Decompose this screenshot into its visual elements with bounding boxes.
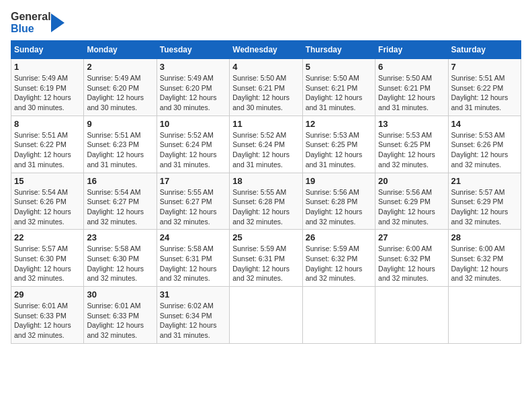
day-info: Sunrise: 5:55 AM Sunset: 6:28 PM Dayligh… <box>232 187 299 227</box>
day-info: Sunrise: 5:59 AM Sunset: 6:32 PM Dayligh… <box>306 244 372 283</box>
day-number: 28 <box>451 232 518 242</box>
calendar-cell: 19Sunrise: 5:56 AM Sunset: 6:28 PM Dayli… <box>302 173 375 230</box>
calendar-cell: 28Sunrise: 6:00 AM Sunset: 6:32 PM Dayli… <box>448 230 521 287</box>
day-info: Sunrise: 5:49 AM Sunset: 6:20 PM Dayligh… <box>87 73 153 113</box>
calendar-cell: 14Sunrise: 5:53 AM Sunset: 6:26 PM Dayli… <box>448 116 521 173</box>
calendar-cell <box>230 287 302 344</box>
calendar-cell: 22Sunrise: 5:57 AM Sunset: 6:30 PM Dayli… <box>11 230 84 287</box>
day-number: 27 <box>378 232 445 242</box>
calendar-cell: 27Sunrise: 6:00 AM Sunset: 6:32 PM Dayli… <box>375 230 448 287</box>
day-number: 10 <box>160 119 226 129</box>
calendar-cell: 4Sunrise: 5:50 AM Sunset: 6:21 PM Daylig… <box>230 59 302 116</box>
day-info: Sunrise: 5:51 AM Sunset: 6:23 PM Dayligh… <box>87 130 153 170</box>
calendar-cell: 8Sunrise: 5:51 AM Sunset: 6:22 PM Daylig… <box>11 116 84 173</box>
col-header-friday: Friday <box>375 41 448 59</box>
day-info: Sunrise: 5:56 AM Sunset: 6:29 PM Dayligh… <box>378 187 445 227</box>
day-number: 23 <box>87 232 153 242</box>
day-number: 24 <box>160 232 226 242</box>
calendar-cell <box>375 287 448 344</box>
day-number: 20 <box>378 176 445 186</box>
day-info: Sunrise: 5:57 AM Sunset: 6:30 PM Dayligh… <box>14 244 81 283</box>
day-info: Sunrise: 5:59 AM Sunset: 6:31 PM Dayligh… <box>232 244 299 283</box>
day-info: Sunrise: 5:49 AM Sunset: 6:19 PM Dayligh… <box>14 73 81 113</box>
day-info: Sunrise: 6:02 AM Sunset: 6:34 PM Dayligh… <box>160 301 226 340</box>
calendar-cell: 1Sunrise: 5:49 AM Sunset: 6:19 PM Daylig… <box>11 59 84 116</box>
calendar-cell: 24Sunrise: 5:58 AM Sunset: 6:31 PM Dayli… <box>157 230 229 287</box>
day-info: Sunrise: 5:53 AM Sunset: 6:25 PM Dayligh… <box>306 130 372 170</box>
day-info: Sunrise: 5:53 AM Sunset: 6:25 PM Dayligh… <box>378 130 445 170</box>
day-number: 9 <box>87 119 153 129</box>
logo: GeneralBlue <box>11 11 64 35</box>
day-info: Sunrise: 5:52 AM Sunset: 6:24 PM Dayligh… <box>160 130 226 170</box>
col-header-wednesday: Wednesday <box>230 41 302 59</box>
calendar-cell: 17Sunrise: 5:55 AM Sunset: 6:27 PM Dayli… <box>157 173 229 230</box>
day-info: Sunrise: 5:56 AM Sunset: 6:28 PM Dayligh… <box>306 187 372 227</box>
day-number: 25 <box>232 232 299 242</box>
day-number: 14 <box>451 119 518 129</box>
day-info: Sunrise: 5:54 AM Sunset: 6:26 PM Dayligh… <box>14 187 81 227</box>
calendar-cell: 11Sunrise: 5:52 AM Sunset: 6:24 PM Dayli… <box>230 116 302 173</box>
col-header-monday: Monday <box>84 41 157 59</box>
svg-marker-0 <box>51 13 64 32</box>
day-info: Sunrise: 6:00 AM Sunset: 6:32 PM Dayligh… <box>378 244 445 283</box>
day-number: 3 <box>160 62 226 72</box>
calendar-cell: 18Sunrise: 5:55 AM Sunset: 6:28 PM Dayli… <box>230 173 302 230</box>
day-number: 13 <box>378 119 445 129</box>
calendar-cell: 31Sunrise: 6:02 AM Sunset: 6:34 PM Dayli… <box>157 287 229 344</box>
col-header-tuesday: Tuesday <box>157 41 229 59</box>
day-info: Sunrise: 5:57 AM Sunset: 6:29 PM Dayligh… <box>451 187 518 227</box>
calendar-cell: 5Sunrise: 5:50 AM Sunset: 6:21 PM Daylig… <box>302 59 375 116</box>
day-info: Sunrise: 5:51 AM Sunset: 6:22 PM Dayligh… <box>14 130 81 170</box>
calendar-cell: 21Sunrise: 5:57 AM Sunset: 6:29 PM Dayli… <box>448 173 521 230</box>
day-number: 22 <box>14 232 81 242</box>
day-number: 2 <box>87 62 153 72</box>
calendar-cell: 7Sunrise: 5:51 AM Sunset: 6:22 PM Daylig… <box>448 59 521 116</box>
day-info: Sunrise: 6:01 AM Sunset: 6:33 PM Dayligh… <box>14 301 81 340</box>
day-number: 31 <box>160 289 226 300</box>
day-number: 26 <box>306 232 372 242</box>
calendar-cell: 6Sunrise: 5:50 AM Sunset: 6:21 PM Daylig… <box>375 59 448 116</box>
calendar-cell: 25Sunrise: 5:59 AM Sunset: 6:31 PM Dayli… <box>230 230 302 287</box>
day-info: Sunrise: 5:50 AM Sunset: 6:21 PM Dayligh… <box>306 73 372 113</box>
day-info: Sunrise: 5:58 AM Sunset: 6:31 PM Dayligh… <box>160 244 226 283</box>
calendar-cell: 12Sunrise: 5:53 AM Sunset: 6:25 PM Dayli… <box>302 116 375 173</box>
calendar-table: SundayMondayTuesdayWednesdayThursdayFrid… <box>11 40 521 344</box>
day-number: 4 <box>232 62 299 72</box>
calendar-cell: 15Sunrise: 5:54 AM Sunset: 6:26 PM Dayli… <box>11 173 84 230</box>
day-number: 8 <box>14 119 81 129</box>
day-number: 6 <box>378 62 445 72</box>
day-number: 18 <box>232 176 299 186</box>
calendar-cell: 16Sunrise: 5:54 AM Sunset: 6:27 PM Dayli… <box>84 173 157 230</box>
day-number: 1 <box>14 62 81 72</box>
day-number: 11 <box>232 119 299 129</box>
day-info: Sunrise: 5:53 AM Sunset: 6:26 PM Dayligh… <box>451 130 518 170</box>
day-number: 12 <box>306 119 372 129</box>
calendar-cell: 10Sunrise: 5:52 AM Sunset: 6:24 PM Dayli… <box>157 116 229 173</box>
calendar-cell: 2Sunrise: 5:49 AM Sunset: 6:20 PM Daylig… <box>84 59 157 116</box>
calendar-cell: 23Sunrise: 5:58 AM Sunset: 6:30 PM Dayli… <box>84 230 157 287</box>
day-info: Sunrise: 5:55 AM Sunset: 6:27 PM Dayligh… <box>160 187 226 227</box>
col-header-thursday: Thursday <box>302 41 375 59</box>
calendar-cell: 30Sunrise: 6:01 AM Sunset: 6:33 PM Dayli… <box>84 287 157 344</box>
day-number: 21 <box>451 176 518 186</box>
day-number: 19 <box>306 176 372 186</box>
day-number: 5 <box>306 62 372 72</box>
day-info: Sunrise: 5:50 AM Sunset: 6:21 PM Dayligh… <box>232 73 299 113</box>
day-info: Sunrise: 6:00 AM Sunset: 6:32 PM Dayligh… <box>451 244 518 283</box>
day-number: 15 <box>14 176 81 186</box>
col-header-saturday: Saturday <box>448 41 521 59</box>
calendar-cell: 13Sunrise: 5:53 AM Sunset: 6:25 PM Dayli… <box>375 116 448 173</box>
calendar-cell <box>302 287 375 344</box>
day-info: Sunrise: 6:01 AM Sunset: 6:33 PM Dayligh… <box>87 301 153 340</box>
day-info: Sunrise: 5:54 AM Sunset: 6:27 PM Dayligh… <box>87 187 153 227</box>
calendar-cell: 9Sunrise: 5:51 AM Sunset: 6:23 PM Daylig… <box>84 116 157 173</box>
calendar-cell: 26Sunrise: 5:59 AM Sunset: 6:32 PM Dayli… <box>302 230 375 287</box>
day-number: 30 <box>87 289 153 300</box>
day-info: Sunrise: 5:52 AM Sunset: 6:24 PM Dayligh… <box>232 130 299 170</box>
day-number: 29 <box>14 289 81 300</box>
calendar-cell: 20Sunrise: 5:56 AM Sunset: 6:29 PM Dayli… <box>375 173 448 230</box>
calendar-cell: 3Sunrise: 5:49 AM Sunset: 6:20 PM Daylig… <box>157 59 229 116</box>
day-number: 7 <box>451 62 518 72</box>
day-info: Sunrise: 5:58 AM Sunset: 6:30 PM Dayligh… <box>87 244 153 283</box>
day-number: 16 <box>87 176 153 186</box>
